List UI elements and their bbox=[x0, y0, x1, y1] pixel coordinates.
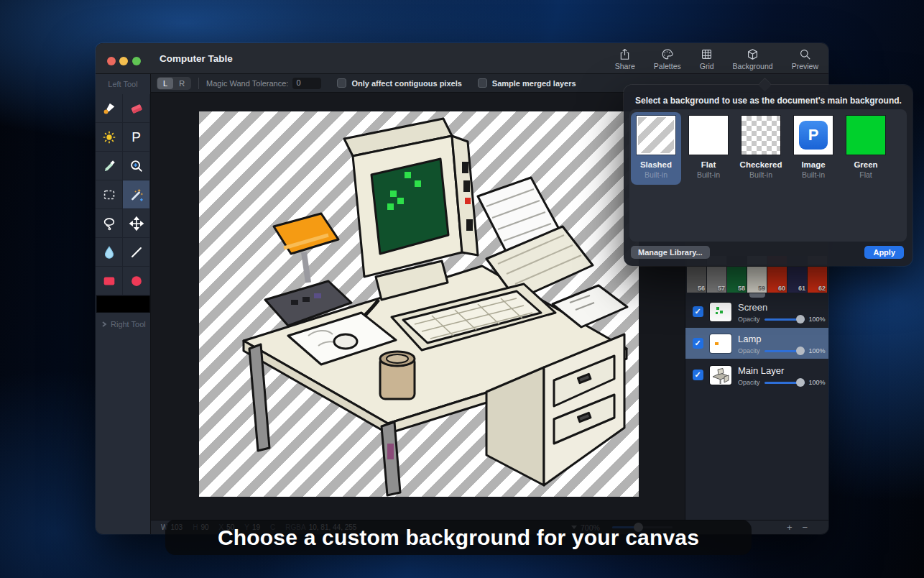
share-label: Share bbox=[615, 62, 635, 70]
segment-left[interactable]: L bbox=[157, 78, 173, 89]
magic-wand-tool[interactable] bbox=[123, 180, 150, 209]
item-kind: Built-in bbox=[749, 170, 772, 179]
contiguous-label: Only affect contiguous pixels bbox=[351, 79, 461, 88]
palettes-button[interactable]: Palettes bbox=[652, 46, 683, 72]
background-button[interactable]: Background bbox=[731, 46, 775, 72]
layer-name: Screen bbox=[738, 302, 767, 313]
zoom-window-button[interactable] bbox=[132, 57, 141, 65]
background-item-flat[interactable]: Flat Built-in bbox=[683, 112, 734, 185]
brush-tool[interactable] bbox=[96, 94, 123, 123]
palette-swatch[interactable]: 56 bbox=[687, 267, 706, 293]
preview-button[interactable]: Preview bbox=[790, 46, 820, 72]
background-icon bbox=[746, 47, 759, 61]
layer-row-main[interactable]: Main Layer Opacity 100% bbox=[685, 359, 828, 390]
item-kind: Built-in bbox=[697, 170, 720, 179]
ellipse-tool[interactable] bbox=[123, 267, 150, 295]
line-tool[interactable] bbox=[123, 238, 150, 267]
canvas-artwork[interactable] bbox=[199, 111, 639, 497]
fill-tool[interactable] bbox=[96, 238, 123, 267]
grid-label: Grid bbox=[700, 62, 714, 70]
segment-right[interactable]: R bbox=[173, 78, 190, 89]
share-button[interactable]: Share bbox=[614, 46, 637, 72]
layer-row-lamp[interactable]: Lamp Opacity 100% bbox=[685, 328, 828, 359]
swatch-number: 57 bbox=[718, 285, 725, 292]
layer-visibility-checkbox[interactable] bbox=[693, 370, 703, 380]
layer-visibility-checkbox[interactable] bbox=[693, 306, 703, 317]
lighten-tool[interactable] bbox=[96, 123, 123, 152]
palette-swatch[interactable]: 62 bbox=[808, 267, 827, 293]
image-thumbnail: P bbox=[794, 116, 833, 155]
zoom-in-button[interactable]: + bbox=[787, 522, 793, 533]
opacity-value: 100% bbox=[809, 379, 826, 386]
lasso-tool[interactable] bbox=[96, 209, 123, 238]
layer-thumbnail bbox=[710, 334, 731, 353]
share-icon bbox=[618, 47, 632, 61]
tools-grid: P bbox=[96, 94, 151, 295]
palette-swatch[interactable]: 58 bbox=[727, 267, 747, 293]
palette-swatch[interactable]: 60 bbox=[767, 267, 787, 293]
right-tool-label: Right Tool bbox=[111, 320, 146, 329]
manage-library-button[interactable]: Manage Library... bbox=[631, 246, 710, 259]
background-item-image[interactable]: P Image Built-in bbox=[788, 112, 838, 185]
layer-thumbnail bbox=[710, 366, 731, 385]
pencil-tool[interactable]: P bbox=[123, 123, 150, 152]
move-tool[interactable] bbox=[123, 209, 150, 238]
opacity-slider[interactable] bbox=[764, 347, 805, 355]
eyedropper-tool[interactable] bbox=[96, 152, 123, 180]
rect-select-tool[interactable] bbox=[96, 180, 123, 209]
close-button[interactable] bbox=[107, 57, 116, 65]
minimize-button[interactable] bbox=[119, 57, 128, 65]
titlebar[interactable]: Computer Table Share Palettes Grid Backg… bbox=[96, 43, 828, 74]
preview-icon bbox=[798, 47, 812, 61]
sample-merged-checkbox[interactable] bbox=[478, 78, 487, 88]
zoom-tool[interactable] bbox=[123, 152, 150, 180]
layer-name: Lamp bbox=[738, 334, 762, 344]
palette-swatch-selected[interactable]: 59 bbox=[747, 267, 767, 293]
zoom-out-button[interactable]: − bbox=[803, 522, 808, 533]
caption-bar: Choose a custom background for your canv… bbox=[165, 520, 752, 555]
item-name: Flat bbox=[701, 160, 716, 169]
sun-icon bbox=[101, 129, 117, 145]
rectangle-tool[interactable] bbox=[96, 267, 123, 295]
magic-wand-icon bbox=[129, 187, 144, 203]
layer-visibility-checkbox[interactable] bbox=[693, 338, 703, 349]
chevron-right-icon bbox=[101, 321, 107, 327]
primary-color-swatch[interactable] bbox=[96, 295, 150, 313]
window-title: Computer Table bbox=[160, 53, 233, 64]
opacity-slider[interactable] bbox=[764, 378, 805, 387]
grid-button[interactable]: Grid bbox=[698, 46, 716, 72]
background-popover: Select a background to use as the docume… bbox=[624, 85, 913, 266]
pencil-tool-letter: P bbox=[131, 129, 141, 145]
item-name: Green bbox=[854, 160, 877, 169]
palette-swatch[interactable]: 57 bbox=[707, 267, 726, 293]
swatch-number: 62 bbox=[818, 285, 826, 292]
eraser-tool[interactable] bbox=[123, 94, 150, 123]
apply-button[interactable]: Apply bbox=[864, 246, 904, 259]
background-item-green[interactable]: Green Flat bbox=[841, 112, 891, 185]
opacity-value: 100% bbox=[809, 347, 826, 354]
filled-circle-icon bbox=[129, 273, 144, 289]
item-name: Image bbox=[801, 160, 825, 169]
layer-thumbnail bbox=[710, 303, 731, 321]
brush-icon bbox=[101, 101, 117, 116]
item-name: Slashed bbox=[640, 160, 672, 169]
right-tool-disclosure[interactable]: Right Tool bbox=[96, 320, 151, 329]
palette-row: 56 57 58 59 60 61 62 bbox=[687, 267, 827, 293]
divider bbox=[198, 78, 199, 89]
opacity-slider[interactable] bbox=[764, 315, 805, 324]
contiguous-checkbox[interactable] bbox=[337, 78, 346, 88]
background-list: Slashed Built-in Flat Built-in Checkered… bbox=[629, 109, 907, 242]
marquee-icon bbox=[101, 187, 117, 203]
app-icon: P bbox=[799, 121, 828, 150]
tolerance-label: Magic Wand Tolerance: bbox=[206, 79, 288, 88]
mouse-button-segmented-control[interactable]: L R bbox=[157, 77, 191, 90]
tolerance-field[interactable]: 0 bbox=[292, 78, 321, 89]
magnifier-plus-icon bbox=[129, 158, 144, 174]
flat-thumbnail bbox=[689, 116, 728, 155]
desktop-wallpaper: Computer Table Share Palettes Grid Backg… bbox=[0, 0, 924, 578]
layer-row-screen[interactable]: Screen Opacity 100% bbox=[685, 296, 828, 327]
palette-swatch[interactable]: 61 bbox=[787, 267, 807, 293]
background-item-slashed[interactable]: Slashed Built-in bbox=[631, 112, 681, 185]
background-item-checkered[interactable]: Checkered Built-in bbox=[736, 112, 786, 185]
item-kind: Built-in bbox=[802, 170, 825, 179]
